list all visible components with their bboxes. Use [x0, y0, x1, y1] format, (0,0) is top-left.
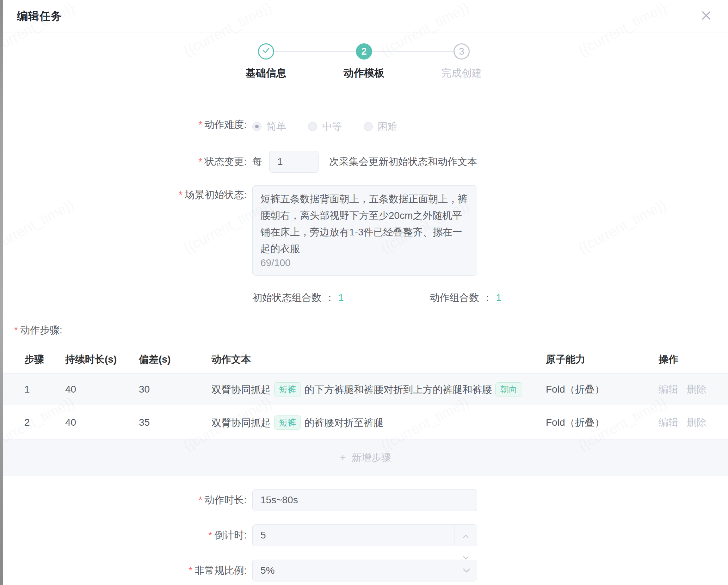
combo-separator: ：	[325, 291, 335, 304]
step-number: 3	[459, 46, 464, 57]
required-mark: *	[189, 565, 192, 576]
radio-icon	[308, 122, 317, 131]
step-2-label: 动作模板	[322, 66, 406, 80]
initial-state-textarea[interactable]: 短裤五条数据背面朝上，五条数据正面朝上，裤腰朝右，离头部视野下方至少20cm之外…	[252, 185, 477, 276]
background-overlay-edge	[0, 0, 3, 585]
state-change-row: *状态变更: 每 1 次采集会更新初始状态和动作文本	[3, 151, 728, 173]
duration-label: *动作时长:	[3, 489, 247, 511]
delete-link[interactable]: 删除	[687, 383, 707, 396]
action-text-part: 的裤腰对折至裤腿	[304, 417, 383, 428]
table-header-row: 步骤 持续时长(s) 偏差(s) 动作文本 原子能力 操作	[3, 345, 728, 374]
chevron-down-icon	[463, 568, 470, 573]
required-mark: *	[198, 119, 202, 130]
unusual-ratio-value: 5%	[260, 565, 274, 576]
unusual-ratio-label: *非常规比例:	[3, 560, 247, 581]
edit-task-dialog-page: {{current_time}}{{current_time}}{{curren…	[0, 0, 728, 585]
increase-button[interactable]	[455, 525, 477, 546]
duration-cell: 40	[65, 384, 139, 395]
edit-link[interactable]: 编辑	[659, 416, 678, 429]
step-number: 2	[361, 46, 366, 57]
delete-link[interactable]: 删除	[687, 416, 707, 429]
edit-task-dialog: {{current_time}}{{current_time}}{{curren…	[3, 0, 728, 585]
initial-combo-value: 1	[338, 292, 344, 303]
radio-label: 简单	[266, 120, 286, 133]
action-combo-label: 动作组合数	[430, 291, 479, 304]
table-row: 14030双臂协同抓起短裤的下方裤腿和裤腰对折到上方的裤腿和裤腰朝向Fold（折…	[3, 374, 728, 405]
action-tag: 短裤	[274, 382, 301, 396]
combo-separator: ：	[483, 291, 493, 304]
action-steps-table: 步骤 持续时长(s) 偏差(s) 动作文本 原子能力 操作 14030双臂协同抓…	[3, 345, 728, 476]
state-change-control: 每 1 次采集会更新初始状态和动作文本	[252, 151, 477, 173]
state-change-label: *状态变更:	[3, 151, 247, 173]
initial-state-row: *场景初始状态: 短裤五条数据背面朝上，五条数据正面朝上，裤腰朝右，离头部视野下…	[3, 185, 728, 276]
unusual-ratio-select[interactable]: 5%	[252, 560, 477, 581]
close-button[interactable]	[698, 8, 714, 24]
dialog-header: 编辑任务	[3, 0, 728, 32]
step-cell: 2	[24, 417, 65, 428]
action-text-part: 双臂协同抓起	[211, 384, 271, 395]
col-header-actions: 操作	[654, 353, 728, 366]
required-mark: *	[198, 156, 202, 167]
step-1-indicator	[258, 43, 274, 60]
state-change-suffix: 次采集会更新初始状态和动作文本	[329, 155, 477, 168]
action-steps-label: *动作步骤:	[14, 324, 62, 337]
combo-counts-row: 初始状态组合数 ： 1 动作组合数 ： 1	[3, 291, 728, 304]
actions-cell: 编辑删除	[654, 383, 728, 396]
radio-simple[interactable]: 简单	[252, 120, 286, 133]
table-row: 24035双臂协同抓起短裤的裤腰对折至裤腿Fold（折叠）编辑删除	[3, 405, 728, 440]
required-mark: *	[198, 494, 202, 505]
stepper: 2 3 基础信息 动作模板 完成创建	[3, 32, 728, 85]
dialog-title: 编辑任务	[17, 9, 62, 24]
initial-state-text: 短裤五条数据背面朝上，五条数据正面朝上，裤腰朝右，离头部视野下方至少20cm之外…	[260, 193, 468, 254]
state-change-input[interactable]: 1	[269, 151, 319, 173]
step-1-label: 基础信息	[224, 66, 308, 80]
ability-cell: Fold（折叠）	[546, 383, 654, 396]
radio-icon	[364, 122, 373, 131]
char-counter: 69/100	[260, 254, 291, 271]
number-spinner	[455, 525, 477, 546]
combo-counts: 初始状态组合数 ： 1 动作组合数 ： 1	[252, 291, 501, 304]
duration-row: *动作时长: 15s~80s	[3, 489, 728, 511]
col-header-deviation: 偏差(s)	[139, 353, 211, 366]
unusual-ratio-row: *非常规比例: 5%	[3, 560, 728, 581]
deviation-cell: 35	[139, 417, 211, 428]
chevron-up-icon	[463, 525, 469, 546]
radio-medium[interactable]: 中等	[308, 120, 342, 133]
add-step-label: 新增步骤	[352, 451, 391, 464]
col-header-ability: 原子能力	[546, 353, 654, 366]
action-text-cell: 双臂协同抓起短裤的裤腰对折至裤腿	[211, 415, 546, 430]
step-cell: 1	[24, 384, 65, 395]
actions-cell: 编辑删除	[654, 416, 728, 429]
radio-hard[interactable]: 困难	[364, 120, 397, 133]
close-icon	[700, 10, 712, 23]
duration-input[interactable]: 15s~80s	[252, 489, 477, 511]
check-icon	[261, 46, 271, 57]
duration-cell: 40	[65, 417, 139, 428]
table-body: 14030双臂协同抓起短裤的下方裤腿和裤腰对折到上方的裤腿和裤腰朝向Fold（折…	[3, 374, 728, 440]
step-3-indicator: 3	[454, 43, 470, 60]
radio-label: 中等	[322, 120, 342, 133]
action-tag: 朝向	[495, 382, 522, 396]
deviation-cell: 30	[139, 384, 211, 395]
step-connector	[274, 51, 356, 52]
difficulty-radio-group: 简单 中等 困难	[252, 120, 419, 133]
initial-state-label: *场景初始状态:	[3, 188, 247, 202]
difficulty-row: *动作难度: 简单 中等 困难	[3, 117, 728, 133]
step-2-indicator: 2	[356, 43, 372, 60]
state-change-prefix: 每	[252, 155, 262, 168]
action-text-cell: 双臂协同抓起短裤的下方裤腿和裤腰对折到上方的裤腿和裤腰朝向	[211, 382, 546, 396]
action-text-part: 的下方裤腿和裤腰对折到上方的裤腿和裤腰	[304, 384, 492, 395]
edit-link[interactable]: 编辑	[659, 383, 678, 396]
step-3-label: 完成创建	[419, 66, 504, 80]
difficulty-label: *动作难度:	[3, 117, 247, 133]
required-mark: *	[14, 325, 18, 335]
action-tag: 短裤	[274, 415, 301, 430]
add-step-button[interactable]: + 新增步骤	[3, 440, 728, 476]
countdown-value: 5	[260, 530, 266, 541]
col-header-text: 动作文本	[211, 353, 546, 366]
col-header-duration: 持续时长(s)	[65, 353, 139, 366]
action-text-part: 双臂协同抓起	[211, 417, 271, 428]
plus-icon: +	[340, 452, 346, 464]
countdown-input[interactable]: 5	[252, 524, 477, 546]
step-connector	[372, 51, 454, 52]
